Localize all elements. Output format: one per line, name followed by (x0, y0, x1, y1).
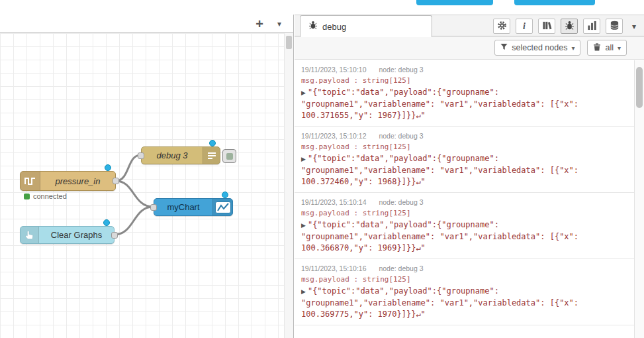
node-red-app: + ▾ pressure_in connected (0, 0, 644, 338)
bug-icon (565, 21, 575, 32)
message-content: "{"topic":"data","payload":{"groupname":… (301, 154, 583, 186)
info-button[interactable]: i (516, 19, 533, 34)
node-label: myChart (154, 202, 212, 212)
message-property: msg.payload : string[125] (301, 275, 629, 284)
message-node: node: debug 3 (379, 66, 423, 74)
message-body: ▶"{"topic":"data","payload":{"groupname"… (301, 87, 629, 121)
debug-list-icon (203, 147, 220, 164)
changed-indicator (209, 140, 216, 146)
bug-icon (308, 21, 318, 32)
message-content: "{"topic":"data","payload":{"groupname":… (301, 220, 583, 253)
changed-indicator (105, 164, 111, 171)
node-label: Clear Graphs (39, 230, 114, 240)
node-mychart[interactable]: myChart (154, 198, 233, 216)
message-meta: 19/11/2023, 15:10:10 node: debug 3 (301, 66, 629, 74)
message-meta: 19/11/2023, 15:10:14 node: debug 3 (301, 198, 629, 206)
message-body: ▶"{"topic":"data","payload":{"groupname"… (301, 219, 629, 254)
message-content: "{"topic":"data","payload":{"groupname":… (301, 286, 583, 319)
node-label: pressure_in (40, 176, 115, 186)
sidebar-toolbar: i ▾ (493, 19, 640, 34)
debug-message[interactable]: 19/11/2023, 15:10:12 node: debug 3 msg.p… (295, 127, 644, 193)
top-partial-button-1[interactable] (416, 0, 493, 5)
scrollbar-thumb[interactable] (636, 67, 643, 108)
info-icon: i (523, 21, 526, 32)
debug-toggle-button[interactable] (222, 149, 236, 163)
output-port[interactable] (111, 232, 118, 239)
message-meta: 19/11/2023, 15:10:16 node: debug 3 (301, 264, 629, 272)
message-property: msg.payload : string[125] (301, 209, 629, 217)
chevron-down-icon: ▾ (632, 22, 636, 31)
debug-messages-button[interactable] (561, 19, 578, 34)
message-timestamp: 19/11/2023, 15:10:14 (301, 198, 366, 206)
output-port[interactable] (113, 178, 119, 184)
debug-sidebar: debug i (295, 15, 644, 338)
line-chart-icon (212, 199, 232, 215)
node-debug-3[interactable]: debug 3 (141, 146, 220, 164)
canvas-scrollbar[interactable] (284, 33, 293, 338)
books-icon (542, 21, 552, 32)
expand-arrow-icon[interactable]: ▶ (301, 156, 306, 162)
message-property: msg.payload : string[125] (301, 76, 629, 85)
config-nodes-button[interactable] (493, 19, 510, 34)
hand-pointer-icon (21, 227, 39, 243)
funnel-icon (500, 43, 508, 52)
input-port[interactable] (150, 204, 157, 211)
expand-arrow-icon[interactable]: ▶ (301, 89, 306, 96)
node-status: connected (24, 192, 67, 200)
scrollbar-thumb[interactable] (286, 36, 292, 49)
chevron-down-icon: ▾ (277, 19, 281, 28)
gear-icon (497, 21, 507, 32)
filter-label: selected nodes (512, 43, 567, 52)
status-text: connected (33, 192, 67, 200)
top-partial-button-2[interactable] (514, 0, 595, 5)
trash-icon (593, 42, 601, 53)
clear-scope-label: all (605, 43, 614, 52)
expand-arrow-icon[interactable]: ▶ (301, 288, 306, 295)
chevron-down-icon: ▾ (571, 44, 575, 52)
filter-nodes-button[interactable]: selected nodes ▾ (494, 40, 580, 56)
add-flow-button[interactable]: + (251, 15, 268, 32)
changed-indicator (103, 219, 110, 226)
debug-message-list: 19/11/2023, 15:10:10 node: debug 3 msg.p… (295, 60, 644, 338)
wire[interactable] (116, 155, 140, 181)
status-dot-icon (24, 194, 30, 199)
clear-messages-button[interactable]: all ▾ (587, 40, 627, 56)
debug-message[interactable]: 19/11/2023, 15:10:10 node: debug 3 msg.p… (295, 60, 644, 127)
message-body: ▶"{"topic":"data","payload":{"groupname"… (301, 153, 629, 188)
message-node: node: debug 3 (379, 198, 423, 206)
debug-message[interactable]: 19/11/2023, 15:10:16 node: debug 3 msg.p… (295, 259, 644, 325)
flow-canvas[interactable]: pressure_in connected debug 3 (0, 33, 293, 338)
flow-workspace: + ▾ pressure_in connected (0, 15, 294, 338)
storage-button[interactable] (606, 19, 623, 34)
message-timestamp: 19/11/2023, 15:10:12 (301, 132, 366, 140)
message-node: node: debug 3 (379, 264, 423, 272)
tab-debug[interactable]: debug (300, 15, 432, 37)
bar-chart-icon (587, 21, 597, 32)
wire[interactable] (115, 207, 153, 235)
database-icon (610, 21, 620, 32)
context-data-button[interactable] (538, 19, 555, 34)
pulse-wave-icon (21, 172, 40, 190)
message-content: "{"topic":"data","payload":{"groupname":… (301, 87, 583, 120)
dashboard-button[interactable] (583, 19, 600, 34)
changed-indicator (222, 192, 228, 198)
top-strip (0, 0, 644, 15)
message-meta: 19/11/2023, 15:10:12 node: debug 3 (301, 132, 629, 140)
wire[interactable] (116, 181, 153, 207)
debug-toggle-state (226, 153, 233, 160)
node-pressure-in[interactable]: pressure_in (20, 171, 116, 191)
flow-tab-bar: + ▾ (0, 15, 293, 33)
debug-scrollbar[interactable] (634, 60, 644, 338)
message-timestamp: 19/11/2023, 15:10:16 (301, 264, 366, 272)
tab-label: debug (322, 22, 346, 32)
message-property: msg.payload : string[125] (301, 142, 629, 151)
input-port[interactable] (138, 152, 144, 159)
node-clear-graphs[interactable]: Clear Graphs (20, 226, 115, 244)
flow-list-button[interactable]: ▾ (271, 15, 288, 32)
sidebar-tab-bar: debug i (295, 15, 644, 36)
expand-arrow-icon[interactable]: ▶ (301, 222, 306, 229)
sidebar-menu-button[interactable]: ▾ (628, 19, 640, 34)
chevron-down-icon: ▾ (618, 44, 621, 52)
debug-message[interactable]: 19/11/2023, 15:10:14 node: debug 3 msg.p… (295, 193, 644, 259)
message-body: ▶"{"topic":"data","payload":{"groupname"… (301, 286, 629, 320)
